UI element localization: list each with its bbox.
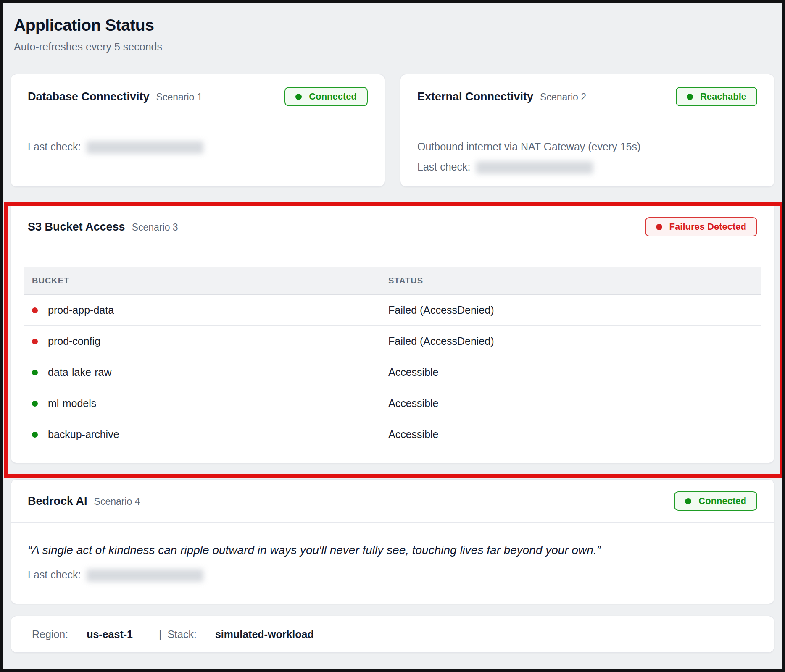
- bucket-status-dot-icon: [32, 401, 38, 407]
- s3-card-header: S3 Bucket Access Scenario 3 Failures Det…: [11, 203, 774, 251]
- bedrock-status-badge-label: Connected: [698, 496, 746, 507]
- database-connectivity-card: Database Connectivity Scenario 1 Connect…: [11, 74, 385, 187]
- page-content: Application Status Auto-refreshes every …: [3, 3, 782, 653]
- bucket-column-header: BUCKET: [24, 267, 381, 295]
- bucket-name: prod-config: [48, 335, 100, 347]
- bucket-status: Accessible: [381, 419, 761, 450]
- database-card-title: Database Connectivity: [28, 90, 150, 103]
- bucket-status-dot-icon: [32, 432, 38, 438]
- bucket-name: backup-archive: [48, 428, 119, 441]
- bucket-name: data-lake-raw: [48, 366, 111, 378]
- bucket-status: Failed (AccessDenied): [381, 326, 761, 357]
- database-status-badge: Connected: [284, 87, 368, 106]
- bedrock-last-check-label: Last check:: [28, 569, 81, 580]
- s3-scenario-label: Scenario 3: [132, 222, 178, 233]
- table-row: backup-archive Accessible: [24, 419, 761, 450]
- s3-status-badge-label: Failures Detected: [669, 221, 746, 232]
- bucket-status-table: BUCKET STATUS prod-app-data Failed (Acce…: [24, 267, 761, 450]
- bucket-status-dot-icon: [32, 339, 38, 344]
- blurred-timestamp: [476, 161, 593, 174]
- application-status-page: Application Status Auto-refreshes every …: [0, 0, 785, 672]
- ai-quote-text: “A single act of kindness can ripple out…: [28, 542, 757, 558]
- footer-bar: Region: us-east-1 | Stack: simulated-wor…: [11, 616, 774, 653]
- bedrock-card-title: Bedrock AI: [28, 495, 87, 508]
- bucket-status: Failed (AccessDenied): [381, 295, 761, 326]
- bucket-status-dot-icon: [32, 370, 38, 375]
- table-row: prod-config Failed (AccessDenied): [24, 326, 761, 357]
- stack-value: simulated-workload: [215, 628, 314, 640]
- database-card-body: Last check:: [11, 119, 385, 166]
- table-row: data-lake-raw Accessible: [24, 357, 761, 388]
- s3-card-title: S3 Bucket Access: [28, 220, 125, 234]
- status-column-header: STATUS: [381, 267, 761, 295]
- bucket-name: ml-models: [48, 397, 96, 410]
- footer-separator: |: [159, 628, 162, 640]
- s3-card-body: BUCKET STATUS prod-app-data Failed (Acce…: [11, 251, 774, 463]
- database-card-header: Database Connectivity Scenario 1 Connect…: [11, 74, 385, 119]
- s3-status-badge: Failures Detected: [645, 217, 757, 236]
- bedrock-status-badge: Connected: [674, 491, 757, 511]
- external-description: Outbound internet via NAT Gateway (every…: [417, 140, 757, 153]
- blurred-timestamp: [87, 569, 203, 582]
- external-card-title: External Connectivity: [417, 90, 533, 103]
- database-status-badge-label: Connected: [309, 91, 357, 102]
- bucket-name: prod-app-data: [48, 304, 114, 316]
- external-card-body: Outbound internet via NAT Gateway (every…: [400, 119, 774, 186]
- auto-refresh-note: Auto-refreshes every 5 seconds: [14, 40, 774, 53]
- status-dot-icon: [687, 94, 693, 100]
- external-status-badge: Reachable: [676, 87, 757, 106]
- table-row: ml-models Accessible: [24, 388, 761, 419]
- external-scenario-label: Scenario 2: [540, 92, 586, 103]
- status-dot-icon: [685, 498, 691, 504]
- database-last-check-label: Last check:: [28, 141, 81, 152]
- status-dot-icon: [295, 94, 302, 100]
- external-last-check-label: Last check:: [417, 161, 470, 173]
- bedrock-card-body: “A single act of kindness can ripple out…: [11, 523, 774, 604]
- bucket-status: Accessible: [381, 388, 761, 419]
- s3-bucket-access-card: S3 Bucket Access Scenario 3 Failures Det…: [11, 202, 774, 463]
- top-cards-row: Database Connectivity Scenario 1 Connect…: [11, 74, 774, 187]
- status-dot-icon: [656, 224, 662, 230]
- region-value: us-east-1: [87, 628, 133, 640]
- bedrock-card-header: Bedrock AI Scenario 4 Connected: [11, 480, 774, 523]
- table-header-row: BUCKET STATUS: [24, 267, 761, 295]
- page-title: Application Status: [14, 15, 774, 35]
- external-card-header: External Connectivity Scenario 2 Reachab…: [400, 74, 774, 119]
- stack-label: Stack:: [167, 628, 196, 640]
- external-status-badge-label: Reachable: [700, 91, 746, 102]
- bedrock-scenario-label: Scenario 4: [94, 496, 140, 507]
- region-label: Region:: [32, 628, 68, 640]
- bucket-status-dot-icon: [32, 307, 38, 313]
- bedrock-ai-card: Bedrock AI Scenario 4 Connected “A singl…: [11, 479, 774, 604]
- bucket-status: Accessible: [381, 357, 761, 388]
- blurred-timestamp: [87, 141, 203, 154]
- external-connectivity-card: External Connectivity Scenario 2 Reachab…: [400, 74, 774, 187]
- table-row: prod-app-data Failed (AccessDenied): [24, 295, 761, 326]
- database-scenario-label: Scenario 1: [156, 92, 203, 103]
